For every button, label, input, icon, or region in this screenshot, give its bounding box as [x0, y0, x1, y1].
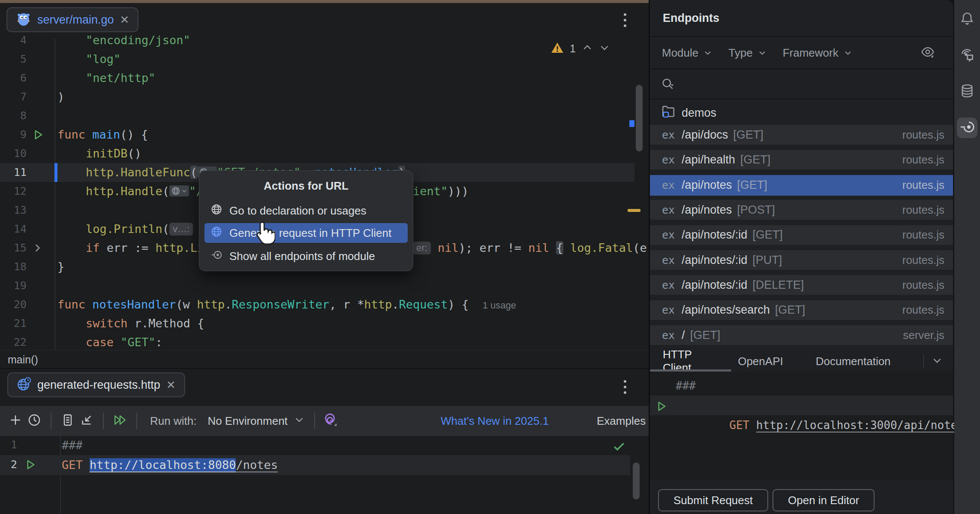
endpoint-method: [GET]	[740, 153, 771, 166]
code-line[interactable]: "net/http"	[0, 69, 638, 88]
endpoint-row[interactable]: ex/[GET]server.js	[650, 325, 953, 345]
endpoint-method: [PUT]	[752, 254, 782, 267]
editor-scrollbar[interactable]	[636, 85, 643, 151]
endpoint-row[interactable]: ex/api/notes/search[GET]routes.js	[650, 300, 953, 320]
preview-request-line[interactable]: GET http://localhost:3000/api/notes	[676, 396, 979, 415]
database-icon[interactable]	[957, 82, 977, 102]
endpoint-path: /api/notes/:id	[682, 228, 747, 242]
endpoint-path: /api/health	[682, 153, 735, 166]
module-row-demos[interactable]: demos	[650, 103, 953, 123]
popup-item-generate-request-in-http-client[interactable]: Generate request in HTTP Client	[204, 223, 408, 243]
code-line[interactable]: func main() {	[0, 125, 638, 144]
framework-badge: ex	[662, 154, 675, 166]
code-line[interactable]: ###	[0, 435, 638, 455]
endpoint-icon	[210, 249, 222, 264]
add-request-button[interactable]	[6, 411, 25, 430]
filter-module[interactable]: Module	[662, 46, 712, 60]
filter-type[interactable]: Type	[728, 46, 766, 60]
ide-window: server/main.go ✕ 1 4"encoding/json"5"log…	[0, 0, 980, 514]
requests-log-icon[interactable]	[58, 411, 77, 430]
framework-badge: ex	[662, 179, 675, 191]
code-line[interactable]	[0, 276, 638, 295]
http-editor-scrollbar[interactable]	[633, 463, 640, 499]
url-globe-inlay-icon[interactable]	[169, 185, 189, 197]
tab-generated-requests[interactable]: generated-requests.http ✕	[7, 372, 185, 397]
module-folder-icon	[661, 104, 676, 122]
endpoints-tool-icon[interactable]	[957, 118, 977, 138]
warning-stripe-mark	[628, 209, 640, 212]
breadcrumb[interactable]: main()	[0, 350, 649, 368]
endpoints-list: demos ex/api/docs[GET]routes.jsex/api/he…	[650, 100, 953, 351]
environment-select[interactable]: No Environment	[207, 414, 304, 428]
endpoint-file: routes.js	[902, 278, 944, 292]
code-line[interactable]: GET http://localhost:8080/notes	[0, 455, 638, 475]
search-icon	[661, 77, 675, 93]
popup-item-go-to-declaration-or-usages[interactable]: Go to declaration or usages	[204, 201, 408, 221]
requests-history-icon[interactable]	[25, 411, 44, 430]
endpoint-file: routes.js	[902, 228, 944, 242]
endpoint-method: [GET]	[733, 128, 764, 142]
endpoint-method: [GET]	[690, 329, 721, 342]
endpoint-row[interactable]: ex/api/notes/:id[GET]routes.js	[650, 225, 953, 245]
tabs-more-chevron-icon[interactable]	[932, 355, 943, 368]
code-line[interactable]: "log"	[0, 50, 638, 69]
endpoints-filters: ModuleTypeFramework	[650, 37, 953, 70]
endpoint-method: [GET]	[737, 178, 767, 192]
endpoint-row[interactable]: ex/api/notes/:id[DELETE]routes.js	[650, 275, 953, 295]
notifications-bell-icon[interactable]	[957, 9, 977, 30]
ai-chat-icon[interactable]	[957, 45, 977, 66]
popup-title: Actions for URL	[199, 179, 413, 193]
editor-options-kebab-icon[interactable]	[622, 11, 628, 30]
close-tab-icon[interactable]: ✕	[120, 14, 129, 25]
run-with-label: Run with:	[150, 414, 196, 428]
endpoint-method: [GET]	[775, 303, 806, 317]
endpoint-path: /api/notes/:id	[682, 278, 747, 292]
endpoint-path: /api/docs	[682, 128, 728, 142]
whats-new-link[interactable]: What's New in 2025.1	[441, 414, 549, 428]
view-options-icon[interactable]	[920, 45, 935, 61]
code-line[interactable]: switch r.Method {	[0, 314, 638, 333]
endpoint-method: [GET]	[752, 228, 783, 242]
caret-stripe-mark	[629, 120, 634, 127]
import-requests-icon[interactable]	[77, 411, 96, 430]
tab-label: server/main.go	[37, 13, 114, 27]
http-client-swirl-icon[interactable]	[322, 411, 341, 430]
endpoint-file: routes.js	[902, 303, 944, 317]
preview-separator-line: ###	[676, 376, 979, 396]
globe-gray-icon	[210, 203, 222, 218]
endpoint-file: routes.js	[902, 254, 944, 267]
popup-item-show-all-endpoints-of-module[interactable]: Show all endpoints of module	[204, 246, 408, 266]
http-pane-kebab-icon[interactable]	[622, 378, 628, 396]
code-line[interactable]	[0, 106, 638, 125]
endpoint-row[interactable]: ex/api/notes[GET]routes.js	[650, 175, 953, 196]
endpoints-search[interactable]	[650, 70, 953, 100]
code-line[interactable]: func notesHandler(w http.ResponseWriter,…	[0, 295, 638, 314]
framework-badge: ex	[662, 329, 675, 342]
endpoint-method: [POST]	[737, 203, 775, 217]
code-line[interactable]: )	[0, 88, 638, 106]
code-line[interactable]: "encoding/json"	[0, 31, 638, 50]
code-line[interactable]: case "GET":	[0, 333, 638, 352]
code-line[interactable]: initDB()	[0, 144, 638, 163]
run-all-requests-icon[interactable]	[111, 411, 129, 430]
open-in-editor-button[interactable]: Open in Editor	[773, 489, 875, 511]
submit-request-button[interactable]: Submit Request	[658, 489, 768, 511]
close-tab-icon[interactable]: ✕	[166, 379, 176, 390]
http-toolbar: Run with: No Environment What's New in 2…	[0, 406, 649, 436]
endpoints-detail-tabs: HTTP ClientOpenAPIDocumentation	[650, 351, 953, 372]
endpoint-row[interactable]: ex/api/notes/:id[PUT]routes.js	[650, 250, 953, 270]
tab-documentation[interactable]: Documentation	[816, 355, 891, 368]
endpoint-row[interactable]: ex/api/docs[GET]routes.js	[650, 125, 953, 145]
endpoint-file: server.js	[903, 329, 944, 342]
tab-server-main-go[interactable]: server/main.go ✕	[6, 7, 138, 32]
filter-framework[interactable]: Framework	[783, 46, 852, 60]
endpoint-path: /api/notes	[682, 203, 732, 217]
http-client-preview[interactable]: ### GET http://localhost:3000/api/notes	[650, 372, 953, 481]
http-editor[interactable]: 1###2GET http://localhost:8080/notes	[0, 436, 649, 514]
run-request-icon[interactable]	[655, 400, 668, 414]
endpoint-path: /	[682, 329, 685, 342]
tab-openapi[interactable]: OpenAPI	[738, 355, 783, 368]
http-requests-pane[interactable]: generated-requests.http ✕ Run with: No E…	[0, 368, 649, 514]
endpoint-row[interactable]: ex/api/health[GET]routes.js	[650, 150, 953, 169]
endpoint-row[interactable]: ex/api/notes[POST]routes.js	[650, 200, 953, 220]
